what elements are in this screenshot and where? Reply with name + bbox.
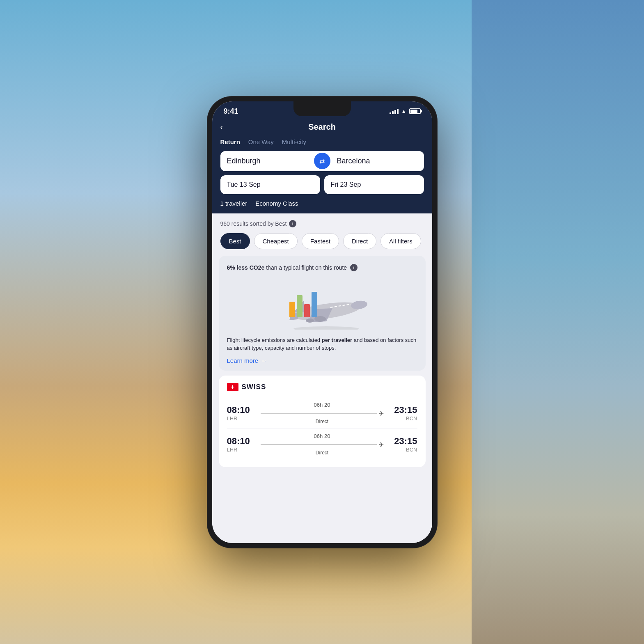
depart-time-2: 08:10 LHR xyxy=(227,436,256,453)
duration-text-1: 06h 20 xyxy=(314,402,330,408)
filter-chip-direct-label: Direct xyxy=(352,238,368,245)
filter-chip-best-label: Best xyxy=(229,238,241,245)
travellers-field[interactable]: 1 traveller xyxy=(220,200,248,207)
results-summary-text: 960 results sorted by Best xyxy=(220,220,287,227)
co2-body-bold: per traveller xyxy=(322,337,352,343)
status-time: 9:41 xyxy=(224,107,238,116)
co2-percent: 6% less CO2e xyxy=(227,264,265,271)
swap-icon: ⇄ xyxy=(319,157,325,165)
flight-card-swiss[interactable]: SWISS 08:10 LHR 06h 20 ✈ xyxy=(219,376,426,467)
flight-row-2: 08:10 LHR 06h 20 ✈ Direct 23: xyxy=(227,429,417,460)
line-left-2 xyxy=(261,444,377,445)
airline-logo: SWISS xyxy=(227,383,417,391)
filter-chip-cheapest[interactable]: Cheapest xyxy=(254,233,298,249)
svg-point-8 xyxy=(293,326,359,330)
co2-body-prefix: Flight lifecycle emissions are calculate… xyxy=(227,337,322,343)
line-left-1 xyxy=(261,413,377,414)
dates-row: Tue 13 Sep Fri 23 Sep xyxy=(220,175,424,194)
filter-chip-all-label: All filters xyxy=(389,238,413,245)
filter-chip-all[interactable]: All filters xyxy=(380,233,421,249)
header-nav: ‹ Search xyxy=(220,122,424,132)
plane-icon-1: ✈ xyxy=(378,410,384,417)
tab-return[interactable]: Return xyxy=(220,138,240,145)
results-count: 960 results sorted by Best i xyxy=(220,220,424,227)
chart-bar-2 xyxy=(297,295,303,317)
filter-chip-cheapest-label: Cheapest xyxy=(263,238,289,245)
page-title: Search xyxy=(308,122,336,132)
arrival-time-value-2: 23:15 xyxy=(389,436,417,447)
return-date-field[interactable]: Fri 23 Sep xyxy=(324,175,424,194)
signal-bar-3 xyxy=(394,110,396,114)
battery-icon xyxy=(409,108,421,114)
trip-type-tabs: Return One Way Multi-city xyxy=(220,138,424,145)
chart-bar-4 xyxy=(312,292,317,317)
signal-bar-2 xyxy=(392,111,394,114)
co2-chart xyxy=(289,292,317,317)
results-header: 960 results sorted by Best i Best Cheape… xyxy=(212,213,432,256)
learn-more-text: Learn more xyxy=(227,357,259,364)
origin-field[interactable]: Edinburgh xyxy=(220,151,314,171)
phone-screen: 9:41 ▲ ‹ Sea xyxy=(212,101,432,543)
flight-row-1: 08:10 LHR 06h 20 ✈ Direct 23: xyxy=(227,398,417,429)
depart-time-value-2: 08:10 xyxy=(227,436,256,447)
status-icons: ▲ xyxy=(390,108,421,115)
swiss-logo-cross xyxy=(227,383,238,391)
stop-type-2: Direct xyxy=(316,450,328,456)
search-header: ‹ Search Return One Way Multi-city Edinb… xyxy=(212,119,432,213)
co2-card: 6% less CO2e than a typical flight on th… xyxy=(219,256,426,371)
depart-date-field[interactable]: Tue 13 Sep xyxy=(220,175,320,194)
background-right xyxy=(472,0,644,644)
depart-airport-1: LHR xyxy=(227,415,256,422)
battery-fill xyxy=(410,110,418,113)
plane-icon-2: ✈ xyxy=(378,441,384,449)
tab-multi-city[interactable]: Multi-city xyxy=(282,138,306,145)
depart-time-1: 08:10 LHR xyxy=(227,405,256,422)
airplane-illustration xyxy=(273,284,371,330)
learn-more-link[interactable]: Learn more → xyxy=(227,357,417,364)
learn-more-arrow: → xyxy=(261,357,267,364)
wifi-icon: ▲ xyxy=(401,108,407,115)
tab-one-way[interactable]: One Way xyxy=(248,138,274,145)
signal-bar-4 xyxy=(397,109,399,114)
chart-bar-1 xyxy=(289,302,295,317)
arrival-time-value-1: 23:15 xyxy=(389,405,417,415)
info-icon-text: i xyxy=(292,221,293,226)
phone-shell: 9:41 ▲ ‹ Sea xyxy=(207,96,437,548)
chart-bar-3 xyxy=(304,304,310,317)
signal-icon xyxy=(390,108,399,114)
stop-type-1: Direct xyxy=(316,419,328,424)
route-row: Edinburgh ⇄ Barcelona xyxy=(220,151,424,171)
filter-chip-fastest-label: Fastest xyxy=(310,238,330,245)
results-area[interactable]: 960 results sorted by Best i Best Cheape… xyxy=(212,213,432,543)
arrival-airport-1: BCN xyxy=(389,415,417,422)
arrival-time-1: 23:15 BCN xyxy=(389,405,417,422)
co2-suffix: than a typical flight on this route xyxy=(266,264,347,271)
filter-chips: Best Cheapest Fastest Direct All filters xyxy=(220,233,424,251)
airline-name: SWISS xyxy=(242,383,266,391)
co2-body-text: Flight lifecycle emissions are calculate… xyxy=(227,336,417,352)
destination-field[interactable]: Barcelona xyxy=(330,151,424,171)
arrival-time-2: 23:15 BCN xyxy=(389,436,417,453)
co2-illustration xyxy=(227,276,417,330)
flight-duration-1: 06h 20 ✈ Direct xyxy=(256,402,389,424)
swap-button[interactable]: ⇄ xyxy=(314,153,330,169)
flight-duration-2: 06h 20 ✈ Direct xyxy=(256,433,389,456)
co2-headline: 6% less CO2e than a typical flight on th… xyxy=(227,264,347,271)
co2-header: 6% less CO2e than a typical flight on th… xyxy=(227,264,417,271)
info-icon[interactable]: i xyxy=(289,220,296,227)
duration-line-1: ✈ xyxy=(261,410,384,417)
filter-chip-best[interactable]: Best xyxy=(220,233,250,249)
back-button[interactable]: ‹ xyxy=(220,122,223,132)
cabin-class-field[interactable]: Economy Class xyxy=(255,200,298,207)
svg-point-7 xyxy=(306,319,314,323)
duration-text-2: 06h 20 xyxy=(314,433,330,439)
phone-mockup: 9:41 ▲ ‹ Sea xyxy=(207,96,437,548)
signal-bar-1 xyxy=(390,112,391,114)
co2-info-icon[interactable]: i xyxy=(350,264,358,271)
travel-info: 1 traveller Economy Class xyxy=(220,200,424,207)
duration-line-2: ✈ xyxy=(261,441,384,449)
phone-notch xyxy=(293,101,351,116)
depart-time-value-1: 08:10 xyxy=(227,405,256,415)
filter-chip-fastest[interactable]: Fastest xyxy=(302,233,339,249)
filter-chip-direct[interactable]: Direct xyxy=(343,233,376,249)
